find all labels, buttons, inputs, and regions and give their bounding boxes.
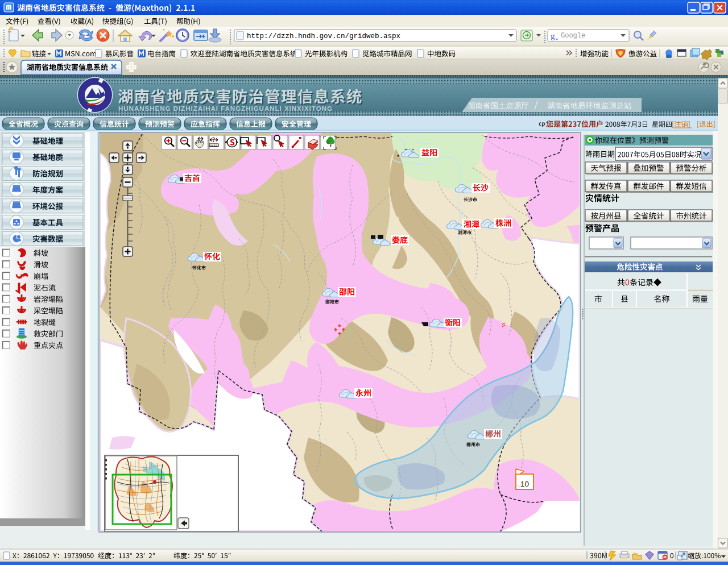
svg-text:http://dzzh.hndh.gov.cn/gridwe: http://dzzh.hndh.gov.cn/gridweb.aspx: [247, 32, 400, 40]
svg-text:Google: Google: [561, 32, 585, 40]
svg-text:g: g: [551, 31, 555, 40]
svg-text:HUNANSHENG DIZHIZAIHAI FANGZHI: HUNANSHENG DIZHIZAIHAI FANGZHIGUANLI XIN…: [118, 105, 333, 112]
